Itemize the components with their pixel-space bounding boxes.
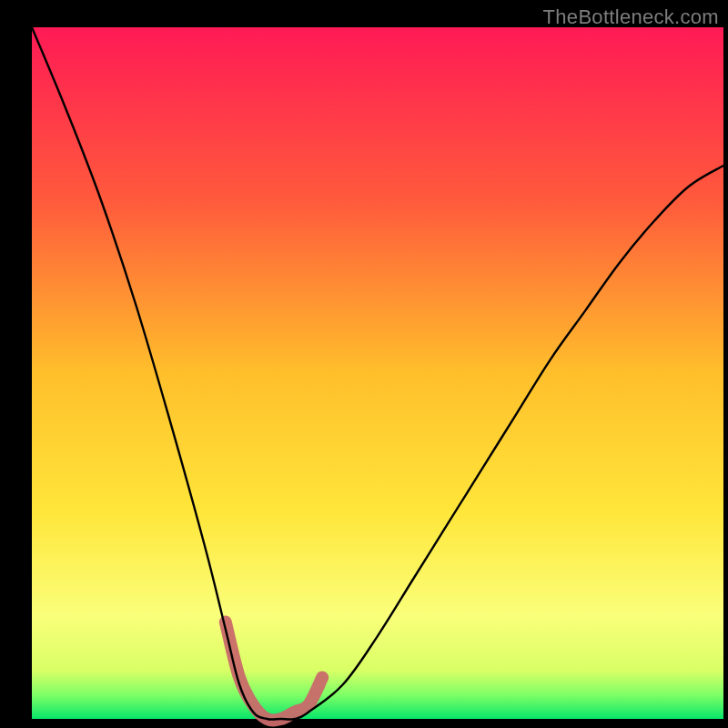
bottleneck-chart: [0, 0, 728, 728]
chart-background-gradient: [32, 27, 723, 719]
watermark-text: TheBottleneck.com: [543, 5, 719, 29]
chart-stage: TheBottleneck.com: [0, 0, 728, 728]
